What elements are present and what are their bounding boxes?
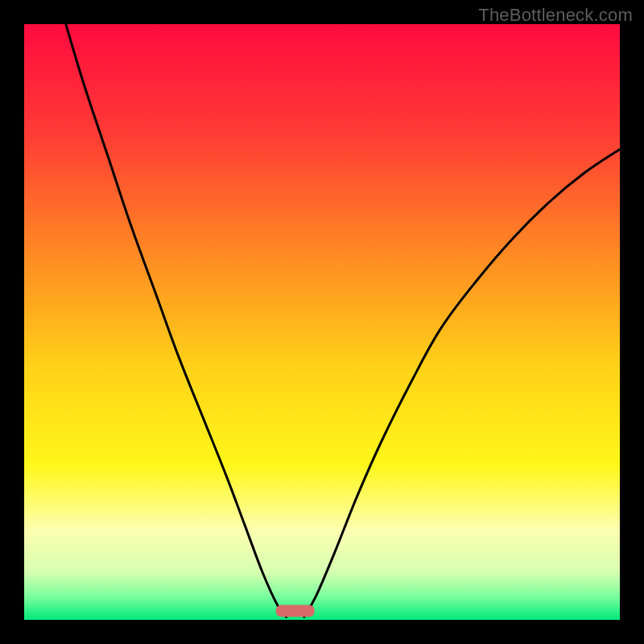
gradient-background xyxy=(24,24,620,620)
watermark-text: TheBottleneck.com xyxy=(478,5,633,26)
chart-container: TheBottleneck.com xyxy=(0,0,644,644)
plot-frame xyxy=(24,24,620,620)
plot-svg xyxy=(24,24,620,620)
bottleneck-marker xyxy=(276,605,315,617)
